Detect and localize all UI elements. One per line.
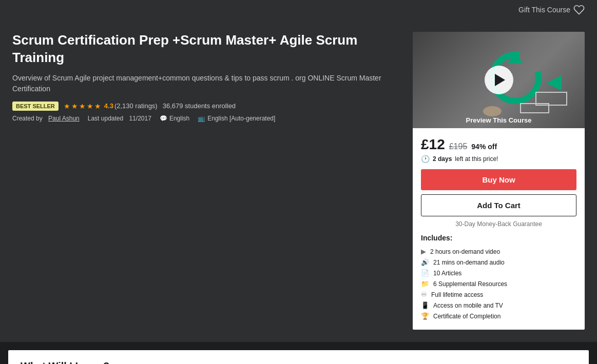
course-title: Scrum Certification Prep +Scrum Master+ … — [12, 32, 400, 67]
star-4: ★ — [87, 102, 93, 110]
urgency-row: 🕐 2 days left at this price! — [421, 155, 576, 163]
add-to-cart-button[interactable]: Add To Cart — [421, 194, 576, 216]
svg-point-5 — [483, 106, 502, 116]
list-item: 📄10 Articles — [421, 268, 576, 278]
caption-icon: 📺 — [198, 115, 205, 122]
video-panel: Preview This Course £12 £195 94% off 🕐 2… — [413, 32, 585, 330]
video-thumbnail[interactable]: Preview This Course — [413, 32, 585, 128]
updated-prefix: Last updated — [88, 115, 123, 122]
original-price: £195 — [449, 142, 468, 151]
language-text: English — [169, 115, 189, 122]
hero-section: Scrum Certification Prep +Scrum Master+ … — [0, 19, 597, 342]
student-count: 36,679 students enrolled — [163, 102, 236, 110]
audio-icon: 🔊 — [421, 258, 429, 266]
caption-text: English [Auto-generated] — [207, 115, 275, 122]
mobile-icon: 📱 — [421, 301, 429, 309]
course-subtitle: Overview of Scrum Agile project manageme… — [12, 73, 400, 94]
certificate-icon: 🏆 — [421, 312, 429, 320]
list-item: 📱Access on mobile and TV — [421, 300, 576, 311]
star-3: ★ — [79, 102, 86, 110]
video-icon: ▶ — [421, 248, 426, 255]
gift-course-button[interactable]: Gift This Course — [518, 4, 585, 15]
heart-icon — [573, 4, 585, 15]
play-button[interactable] — [485, 66, 513, 94]
resources-icon: 📁 — [421, 280, 429, 288]
lifetime-icon: ♾ — [421, 291, 427, 298]
urgency-bold: 2 days — [433, 155, 452, 163]
meta-row: Created by Paul Ashun Last updated 11/20… — [12, 115, 400, 122]
list-item: 🔊21 mins on-demand audio — [421, 257, 576, 268]
gift-label: Gift This Course — [518, 6, 570, 14]
speech-icon: 💬 — [160, 115, 167, 122]
badges-row: BEST SELLER ★ ★ ★ ★ ★ 4.3 (2,130 ratings… — [12, 102, 400, 111]
top-bar: Gift This Course — [0, 0, 597, 19]
urgency-text: left at this price! — [455, 155, 498, 163]
bestseller-badge: BEST SELLER — [12, 102, 59, 111]
preview-label: Preview This Course — [413, 116, 585, 124]
star-rating: ★ ★ ★ ★ ★ 4.3 (2,130 ratings) — [64, 102, 158, 110]
svg-marker-2 — [546, 75, 562, 91]
author-prefix: Created by — [12, 115, 43, 122]
caption-meta: 📺 English [Auto-generated] — [198, 115, 275, 122]
list-item: 🏆Certificate of Completion — [421, 311, 576, 321]
articles-icon: 📄 — [421, 269, 429, 277]
price-row: £12 £195 94% off — [421, 136, 576, 153]
includes-title: Includes: — [421, 234, 576, 242]
updated-date: 11/2017 — [129, 115, 151, 122]
rating-number: 4.3 — [104, 102, 113, 110]
guarantee-text: 30-Day Money-Back Guarantee — [421, 220, 576, 228]
star-2: ★ — [71, 102, 78, 110]
list-item: ▶2 hours on-demand video — [421, 246, 576, 257]
current-price: £12 — [421, 136, 445, 153]
language-meta: 💬 English — [160, 115, 189, 122]
buy-now-button[interactable]: Buy Now — [421, 169, 576, 190]
author-link[interactable]: Paul Ashun — [48, 115, 80, 122]
learn-section-title: What Will I Learn? — [21, 360, 576, 364]
updated-meta: Last updated 11/2017 — [88, 115, 151, 122]
list-item: ♾Full lifetime access — [421, 289, 576, 300]
learn-section: What Will I Learn? ✓Learn what scrum is … — [8, 350, 589, 364]
play-triangle-icon — [495, 74, 505, 86]
hero-content: Scrum Certification Prep +Scrum Master+ … — [12, 32, 413, 330]
star-1: ★ — [64, 102, 70, 110]
rating-count: (2,130 ratings) — [114, 102, 158, 110]
clock-icon: 🕐 — [421, 155, 430, 163]
star-5-half: ★ — [94, 102, 101, 110]
author-meta: Created by Paul Ashun — [12, 115, 80, 122]
includes-list: ▶2 hours on-demand video 🔊21 mins on-dem… — [421, 246, 576, 321]
list-item: 📁6 Supplemental Resources — [421, 278, 576, 289]
discount-badge: 94% off — [471, 143, 497, 151]
price-card: £12 £195 94% off 🕐 2 days left at this p… — [413, 128, 585, 330]
